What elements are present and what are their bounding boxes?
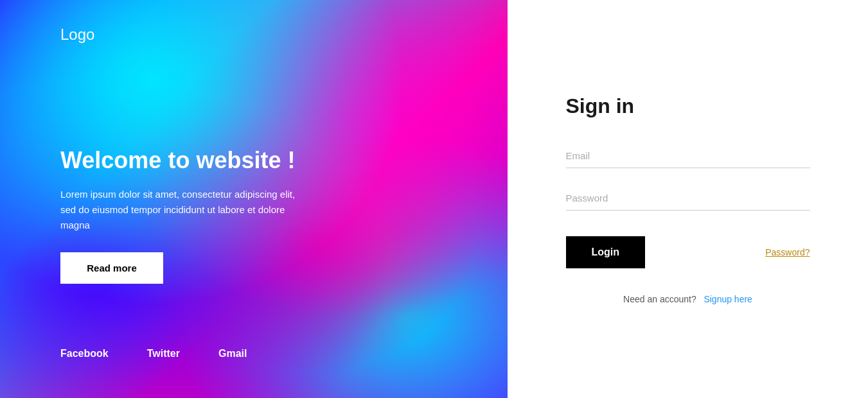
facebook-link[interactable]: Facebook: [60, 348, 109, 359]
sign-in-container: Sign in Login Password? Need an account?…: [566, 94, 810, 304]
email-field[interactable]: [566, 144, 810, 168]
right-panel: Sign in Login Password? Need an account?…: [508, 0, 868, 398]
gmail-link[interactable]: Gmail: [218, 348, 247, 359]
need-account-text: Need an account?: [623, 294, 696, 304]
hero-description: Lorem ipsum dolor sit amet, consectetur …: [60, 187, 305, 233]
email-group: [566, 144, 810, 181]
twitter-link[interactable]: Twitter: [147, 348, 180, 359]
password-group: [566, 186, 810, 223]
sign-in-title: Sign in: [566, 94, 810, 118]
read-more-button[interactable]: Read more: [60, 252, 163, 284]
signup-text: Need an account? Signup here: [566, 294, 810, 304]
signup-link[interactable]: Signup here: [704, 294, 752, 304]
left-content: Logo Welcome to website ! Lorem ipsum do…: [0, 0, 508, 398]
login-row: Login Password?: [566, 236, 810, 268]
password-field[interactable]: [566, 186, 810, 211]
logo: Logo: [60, 26, 447, 44]
social-links: Facebook Twitter Gmail: [60, 348, 447, 372]
hero-title: Welcome to website !: [60, 147, 447, 174]
forgot-password-link[interactable]: Password?: [765, 247, 810, 257]
hero-section: Welcome to website ! Lorem ipsum dolor s…: [60, 44, 447, 348]
left-panel: Logo Welcome to website ! Lorem ipsum do…: [0, 0, 508, 398]
login-button[interactable]: Login: [566, 236, 646, 268]
